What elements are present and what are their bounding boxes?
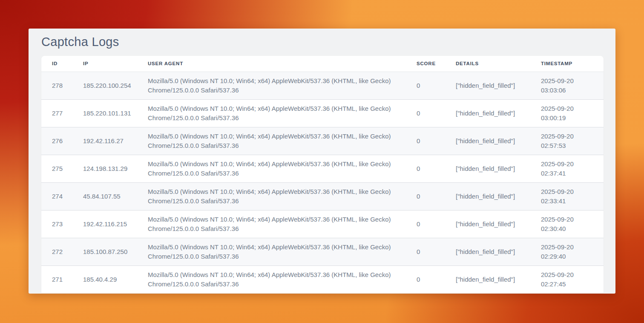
- column-header-user-agent: USER AGENT: [137, 56, 406, 72]
- cell-timestamp: 2025-09-20 02:29:40: [530, 238, 604, 265]
- cell-ip: 185.100.87.250: [72, 238, 137, 265]
- table-row: 278 185.220.100.254 Mozilla/5.0 (Windows…: [41, 72, 604, 99]
- cell-details: ["hidden_field_filled"]: [445, 238, 530, 265]
- cell-user-agent: Mozilla/5.0 (Windows NT 10.0; Win64; x64…: [137, 265, 406, 293]
- page-background: { "page": { "title": "Captcha Logs" }, "…: [0, 0, 644, 323]
- cell-id: 274: [41, 182, 72, 210]
- cell-id: 271: [41, 265, 72, 293]
- column-header-ip: IP: [72, 56, 137, 72]
- table-row: 274 45.84.107.55 Mozilla/5.0 (Windows NT…: [41, 182, 604, 210]
- cell-timestamp: 2025-09-20 02:57:53: [530, 127, 604, 155]
- table-row: 275 124.198.131.29 Mozilla/5.0 (Windows …: [41, 155, 604, 182]
- cell-ip: 185.40.4.29: [72, 265, 137, 293]
- cell-details: ["hidden_field_filled"]: [445, 265, 530, 293]
- cell-score: 0: [406, 238, 445, 265]
- cell-ip: 185.220.101.131: [72, 99, 137, 127]
- column-header-details: DETAILS: [445, 56, 530, 72]
- cell-user-agent: Mozilla/5.0 (Windows NT 10.0; Win64; x64…: [137, 155, 406, 182]
- cell-details: ["hidden_field_filled"]: [445, 72, 530, 99]
- cell-score: 0: [406, 182, 445, 210]
- cell-id: 273: [41, 210, 72, 238]
- cell-user-agent: Mozilla/5.0 (Windows NT 10.0; Win64; x64…: [137, 99, 406, 127]
- captcha-logs-card: Captcha Logs ID IP USER AGENT SCORE DETA…: [29, 29, 615, 294]
- cell-user-agent: Mozilla/5.0 (Windows NT 10.0; Win64; x64…: [137, 127, 406, 155]
- cell-details: ["hidden_field_filled"]: [445, 182, 530, 210]
- cell-details: ["hidden_field_filled"]: [445, 127, 530, 155]
- cell-score: 0: [406, 155, 445, 182]
- cell-timestamp: 2025-09-20 03:00:19: [530, 99, 604, 127]
- table-row: 272 185.100.87.250 Mozilla/5.0 (Windows …: [41, 238, 604, 265]
- logs-table: ID IP USER AGENT SCORE DETAILS TIMESTAMP…: [41, 56, 604, 293]
- cell-score: 0: [406, 72, 445, 99]
- cell-timestamp: 2025-09-20 02:37:41: [530, 155, 604, 182]
- cell-user-agent: Mozilla/5.0 (Windows NT 10.0; Win64; x64…: [137, 238, 406, 265]
- cell-timestamp: 2025-09-20 02:30:40: [530, 210, 604, 238]
- table-row: 271 185.40.4.29 Mozilla/5.0 (Windows NT …: [41, 265, 604, 293]
- cell-user-agent: Mozilla/5.0 (Windows NT 10.0; Win64; x64…: [137, 210, 406, 238]
- cell-timestamp: 2025-09-20 02:27:45: [530, 265, 604, 293]
- page-title: Captcha Logs: [41, 35, 604, 48]
- column-header-score: SCORE: [406, 56, 445, 72]
- column-header-id: ID: [41, 56, 72, 72]
- column-header-timestamp: TIMESTAMP: [530, 56, 604, 72]
- cell-ip: 192.42.116.27: [72, 127, 137, 155]
- cell-details: ["hidden_field_filled"]: [445, 99, 530, 127]
- table-row: 276 192.42.116.27 Mozilla/5.0 (Windows N…: [41, 127, 604, 155]
- cell-ip: 185.220.100.254: [72, 72, 137, 99]
- cell-id: 272: [41, 238, 72, 265]
- cell-user-agent: Mozilla/5.0 (Windows NT 10.0; Win64; x64…: [137, 182, 406, 210]
- cell-ip: 45.84.107.55: [72, 182, 137, 210]
- table-header-row: ID IP USER AGENT SCORE DETAILS TIMESTAMP: [41, 56, 604, 72]
- cell-ip: 124.198.131.29: [72, 155, 137, 182]
- cell-score: 0: [406, 210, 445, 238]
- cell-score: 0: [406, 127, 445, 155]
- cell-id: 278: [41, 72, 72, 99]
- cell-score: 0: [406, 265, 445, 293]
- cell-details: ["hidden_field_filled"]: [445, 155, 530, 182]
- table-row: 277 185.220.101.131 Mozilla/5.0 (Windows…: [41, 99, 604, 127]
- logs-table-container: ID IP USER AGENT SCORE DETAILS TIMESTAMP…: [41, 56, 604, 293]
- cell-score: 0: [406, 99, 445, 127]
- cell-user-agent: Mozilla/5.0 (Windows NT 10.0; Win64; x64…: [137, 72, 406, 99]
- cell-timestamp: 2025-09-20 03:03:06: [530, 72, 604, 99]
- cell-ip: 192.42.116.215: [72, 210, 137, 238]
- cell-id: 276: [41, 127, 72, 155]
- cell-details: ["hidden_field_filled"]: [445, 210, 530, 238]
- table-row: 273 192.42.116.215 Mozilla/5.0 (Windows …: [41, 210, 604, 238]
- cell-timestamp: 2025-09-20 02:33:41: [530, 182, 604, 210]
- cell-id: 277: [41, 99, 72, 127]
- cell-id: 275: [41, 155, 72, 182]
